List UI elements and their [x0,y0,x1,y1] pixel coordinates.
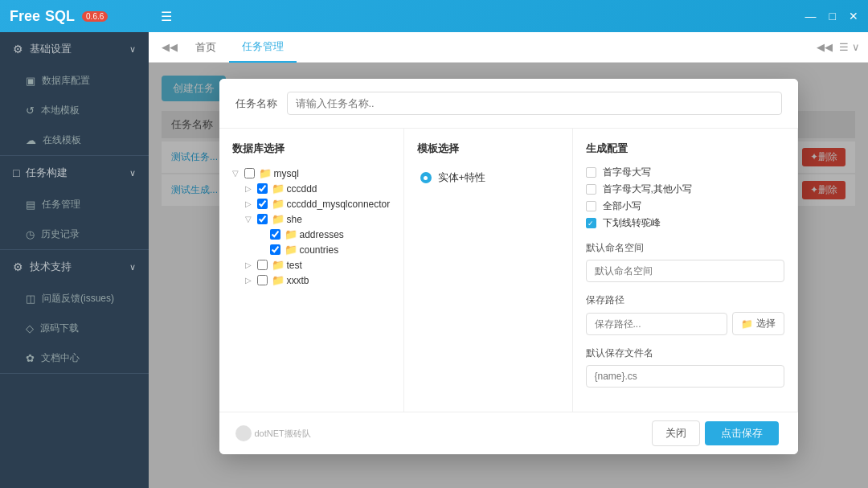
sidebar-section-header-task[interactable]: □ 任务构建 ∨ [0,156,149,190]
tree-cb-cccconn[interactable] [257,199,268,209]
sidebar-section-label-task: 任务构建 [26,166,68,180]
tab-task-label: 任务管理 [242,39,284,54]
template-panel-title: 模板选择 [417,141,559,156]
sidebar-item-online-template[interactable]: ☁ 在线模板 [0,125,149,155]
namespace-input[interactable] [586,260,784,282]
config-filename-section: 默认保存文件名 [586,347,784,388]
sidebar-item-label-source: 源码下载 [40,322,79,335]
checkbox-underline-camel[interactable] [586,218,596,228]
path-input[interactable] [586,313,727,335]
sidebar-item-task-management[interactable]: ▤ 任务管理 [0,190,149,219]
tree-toggle-test[interactable]: ▷ [245,260,253,269]
sidebar-item-label-db-config: 数据库配置 [42,74,90,88]
sidebar-item-docs[interactable]: ✿ 文档中心 [0,343,149,373]
main-content: ◀◀ 首页 任务管理 ◀◀ ☰ ∨ 创建任务 任务名称 测试任务... ✦删除 [149,32,868,488]
sidebar-section-basic: ⚙ 基础设置 ∨ ▣ 数据库配置 ↺ 本地模板 ☁ 在线模板 [0,32,149,156]
tree-cb-xxxtb[interactable] [257,275,268,285]
checkbox-first-upper[interactable] [586,167,596,178]
app-body: ⚙ 基础设置 ∨ ▣ 数据库配置 ↺ 本地模板 ☁ 在线模板 □ 任务构建 ∨ [0,32,868,488]
tab-last-button[interactable]: ◀◀ [817,41,833,53]
folder-icon-she: 📁 [272,213,285,225]
folder-icon-cccddd: 📁 [272,182,285,195]
filename-input[interactable] [586,365,784,388]
list-item: ▽ 📁 she [245,211,391,227]
tree-cb-she[interactable] [257,214,268,224]
tree-label-she: she [287,214,391,225]
watermark-logo-icon [235,425,252,441]
tree-toggle-root[interactable]: ▽ [232,169,240,178]
close-window-button[interactable]: ✕ [849,10,858,23]
maximize-button[interactable]: □ [829,10,836,23]
tab-prev-button[interactable]: ◀◀ [157,41,182,53]
config-row-all-lower: 全部小写 [586,199,784,213]
sidebar-item-feedback[interactable]: ◫ 问题反馈(issues) [0,284,149,314]
logo-free: Free [10,8,40,25]
modal-close-button[interactable]: 关闭 [652,420,700,446]
tree-label-test: test [287,260,391,271]
list-item: ▷ 📁 test [245,257,391,273]
modal-body: 数据库选择 ▽ 📁 mysql ▷ [219,129,798,412]
create-task-modal: 任务名称 数据库选择 ▽ 📁 [219,79,798,454]
select-path-button[interactable]: 📁 选择 [732,312,784,335]
sidebar-item-local-template[interactable]: ↺ 本地模板 [0,96,149,125]
modal-title-label: 任务名称 [235,96,277,111]
modal-footer: dotNET搬砖队 关闭 点击保存 [219,412,798,454]
template-option-entity[interactable]: 实体+特性 [417,166,559,190]
watermark-text: dotNET搬砖队 [255,428,311,440]
sidebar-section-header-basic[interactable]: ⚙ 基础设置 ∨ [0,32,149,66]
modal-save-button[interactable]: 点击保存 [705,421,779,445]
checkbox-first-upper-rest-lower[interactable] [586,184,596,195]
task-name-input[interactable] [287,92,782,115]
tree-children-mysql: ▷ 📁 cccddd ▷ 📁 cccd [232,181,391,288]
folder-icon-mysql: 📁 [259,167,272,179]
tree-toggle-cccconn[interactable]: ▷ [245,199,253,208]
menu-icon[interactable]: ☰ [161,9,172,24]
tree-cb-test[interactable] [257,260,268,270]
tree-cb-addresses[interactable] [270,229,280,240]
tree-label-xxxtb: xxxtb [287,275,391,286]
config-row-first-upper-rest-lower: 首字母大写,其他小写 [586,182,784,196]
sidebar-section-label-basic: 基础设置 [30,42,72,56]
sidebar-item-source[interactable]: ◇ 源码下载 [0,314,149,343]
sidebar-section-header-tech[interactable]: ⚙ 技术支持 ∨ [0,250,149,284]
feedback-icon: ◫ [26,293,35,305]
sidebar-item-db-config[interactable]: ▣ 数据库配置 [0,66,149,96]
tab-task-management[interactable]: 任务管理 [229,32,297,63]
tree-toggle-xxxtb[interactable]: ▷ [245,276,253,285]
namespace-label: 默认命名空间 [586,241,784,255]
tree-toggle-she[interactable]: ▽ [245,215,253,223]
sidebar-item-label-history: 历史记录 [41,228,80,241]
tree-cb-root[interactable] [244,168,255,178]
logo-version-badge: 0.6.6 [82,11,108,22]
checkbox-all-lower[interactable] [586,201,596,211]
tree-label-cccddd: cccddd [287,183,391,195]
label-all-lower: 全部小写 [603,199,641,213]
tree-cb-cccddd[interactable] [257,183,268,194]
chevron-down-icon: ∨ [129,44,136,55]
label-underline-camel: 下划线转驼峰 [603,216,661,230]
config-path-section: 保存路径 📁 选择 [586,293,784,335]
app-logo: Free SQL 0.6.6 [10,8,108,25]
tree-cb-countries[interactable] [270,244,280,255]
sidebar-item-label-docs: 文档中心 [41,351,80,365]
tab-menu-button[interactable]: ☰ ∨ [839,41,860,53]
gear-icon: ⚙ [13,43,23,55]
folder-icon-cccconn: 📁 [272,198,285,210]
config-namespace-section: 默认命名空间 [586,241,784,282]
sidebar-section-tech: ⚙ 技术支持 ∨ ◫ 问题反馈(issues) ◇ 源码下载 ✿ 文档中心 [0,250,149,374]
folder-icon-test: 📁 [272,259,285,271]
tab-right-controls: ◀◀ ☰ ∨ [817,41,860,53]
minimize-button[interactable]: — [805,10,817,23]
label-first-upper: 首字母大写 [603,166,651,179]
tab-home[interactable]: 首页 [182,32,229,63]
window-controls: — □ ✕ [805,10,858,23]
folder-icon-addresses: 📁 [285,228,297,240]
modal-header: 任务名称 [219,79,798,129]
sidebar-item-history[interactable]: ◷ 历史记录 [0,219,149,249]
local-template-icon: ↺ [26,105,35,117]
task-management-icon: ▤ [26,199,35,211]
tree-toggle-cccddd[interactable]: ▷ [245,184,253,193]
sidebar-section-label-tech: 技术支持 [30,260,72,274]
docs-icon: ✿ [26,352,35,364]
list-item: ▷ 📁 countries [258,242,391,257]
